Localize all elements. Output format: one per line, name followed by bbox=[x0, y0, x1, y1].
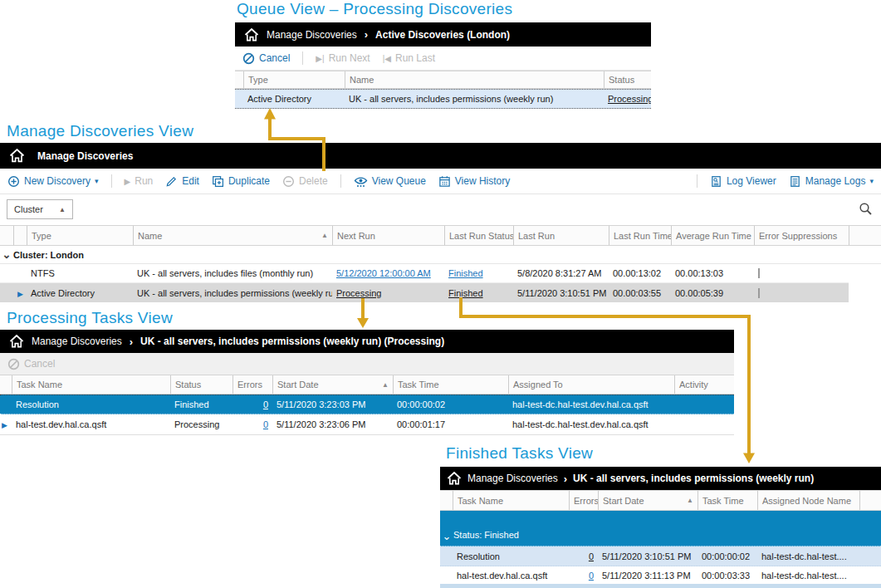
next-run-link[interactable]: Processing bbox=[336, 288, 381, 298]
run-icon: ▶ bbox=[125, 177, 131, 186]
column-header-last-run-status[interactable]: Last Run Status bbox=[444, 226, 513, 245]
queue-row[interactable]: Active Directory UK - all servers, inclu… bbox=[235, 89, 651, 109]
column-header-errors[interactable]: Errors bbox=[232, 375, 272, 394]
column-header-assigned-node-name[interactable]: Assigned Node Name bbox=[757, 491, 859, 510]
document-icon bbox=[789, 175, 801, 188]
errors-link[interactable]: 0 bbox=[589, 551, 594, 561]
manage-table-header: Type Name▲ Next Run Last Run Status Last… bbox=[0, 225, 881, 246]
run-next-icon: ▶| bbox=[316, 54, 324, 63]
column-header-status[interactable]: Status bbox=[604, 71, 651, 88]
cell-start-date: 5/11/2020 3:23:03 PM bbox=[272, 399, 393, 409]
log-viewer-button[interactable]: Log Viewer bbox=[710, 175, 776, 188]
plus-circle-icon bbox=[7, 175, 20, 188]
column-header-last-run-time[interactable]: Last Run Time bbox=[609, 226, 671, 245]
errors-link[interactable]: 0 bbox=[589, 571, 594, 581]
new-discovery-button[interactable]: New Discovery ▾ bbox=[7, 175, 99, 188]
status-finished-group-row[interactable]: ⌄ Status: Finished bbox=[440, 511, 881, 546]
cell-name: UK - all servers, includes files (monthl… bbox=[133, 268, 332, 278]
processing-toolbar: Cancel bbox=[0, 353, 734, 375]
run-last-icon: |◀ bbox=[383, 54, 391, 63]
task-row-resolution[interactable]: Resolution 0 5/11/2020 3:10:51 PM 00:00:… bbox=[440, 546, 881, 566]
cell-last-run: 5/11/2020 3:10:51 PM bbox=[513, 288, 609, 298]
cell-name: UK - all servers, includes permissions (… bbox=[133, 288, 332, 298]
cell-last-run-time: 00.00:13:02 bbox=[609, 268, 671, 278]
column-header-last-run[interactable]: Last Run bbox=[513, 226, 609, 245]
pencil-icon bbox=[165, 175, 178, 188]
dropdown-up-icon: ▲ bbox=[59, 206, 66, 213]
next-run-link[interactable]: 5/12/2020 12:00:00 AM bbox=[336, 268, 431, 278]
column-header-error-suppressions[interactable]: Error Suppressions bbox=[754, 226, 849, 245]
task-row-node[interactable]: ▶ hal-test.dev.hal.ca.qsft Processing 0 … bbox=[0, 414, 734, 434]
view-queue-button[interactable]: View Queue bbox=[354, 175, 426, 188]
queue-row-status-link[interactable]: Processing bbox=[608, 94, 651, 104]
run-next-button[interactable]: ▶| Run Next bbox=[316, 52, 370, 64]
breadcrumb-chevron-icon: › bbox=[365, 28, 368, 41]
errors-link[interactable]: 0 bbox=[263, 419, 268, 429]
processing-view-window: Manage Discoveries › UK - all servers, i… bbox=[0, 330, 734, 435]
breadcrumb-root[interactable]: Manage Discoveries bbox=[467, 473, 558, 484]
breadcrumb-root[interactable]: Manage Discoveries bbox=[267, 29, 357, 41]
calendar-icon bbox=[438, 175, 451, 188]
sort-asc-icon: ▲ bbox=[683, 497, 693, 504]
cancel-button[interactable]: Cancel bbox=[242, 52, 290, 65]
manage-logs-button[interactable]: Manage Logs ▾ bbox=[789, 175, 874, 188]
error-suppression-checkbox[interactable] bbox=[758, 288, 760, 298]
queue-view-title: Queue View – Processing Discoveries bbox=[237, 0, 512, 18]
column-header-task-time[interactable]: Task Time bbox=[393, 375, 508, 394]
column-header-average-run-time[interactable]: Average Run Time bbox=[671, 226, 754, 245]
task-row-node[interactable]: hal-test.dev.hal.ca.qsft 0 5/11/2020 3:1… bbox=[440, 566, 881, 584]
finished-view-window: Manage Discoveries › UK - all servers, i… bbox=[440, 467, 881, 588]
home-icon[interactable] bbox=[9, 149, 25, 163]
run-last-button[interactable]: |◀ Run Last bbox=[383, 52, 435, 64]
breadcrumb-chevron-icon: › bbox=[564, 473, 567, 485]
error-suppression-checkbox[interactable] bbox=[758, 268, 760, 278]
errors-link[interactable]: 0 bbox=[263, 399, 268, 409]
column-header-start-date[interactable]: Start Date▲ bbox=[598, 491, 697, 510]
cell-task-time: 00:00:00:02 bbox=[393, 399, 508, 409]
column-header-name[interactable]: Name bbox=[345, 71, 604, 88]
queue-view-window: Manage Discoveries › Active Discoveries … bbox=[235, 22, 651, 109]
column-header-task-name[interactable]: Task Name bbox=[12, 375, 170, 394]
delete-button[interactable]: Delete bbox=[282, 175, 328, 188]
cell-average-run-time: 00.00:05:39 bbox=[671, 288, 754, 298]
column-header-assigned-to[interactable]: Assigned To bbox=[508, 375, 674, 394]
running-play-icon: ▶ bbox=[2, 421, 7, 429]
column-header-type[interactable]: Type bbox=[27, 226, 133, 245]
group-label: Cluster: London bbox=[13, 250, 84, 260]
edit-button[interactable]: Edit bbox=[165, 175, 199, 188]
cancel-button[interactable]: Cancel bbox=[7, 358, 55, 370]
manage-view-title: Manage Discoveries View bbox=[7, 122, 193, 140]
manage-filter-row: Cluster ▲ bbox=[0, 194, 881, 225]
duplicate-button[interactable]: Duplicate bbox=[212, 175, 270, 188]
column-header-type[interactable]: Type bbox=[243, 71, 345, 88]
breadcrumb-current: Active Discoveries (London) bbox=[375, 29, 510, 41]
table-row-ntfs[interactable]: NTFS UK - all servers, includes files (m… bbox=[0, 264, 849, 283]
column-header-task-name[interactable]: Task Name bbox=[453, 491, 569, 510]
minus-circle-icon bbox=[282, 175, 295, 188]
column-header-task-time[interactable]: Task Time bbox=[697, 491, 757, 510]
column-header-name[interactable]: Name▲ bbox=[133, 226, 332, 245]
column-header-next-run[interactable]: Next Run bbox=[332, 226, 444, 245]
column-header-start-date[interactable]: Start Date▲ bbox=[272, 375, 393, 394]
chevron-down-icon[interactable]: ⌄ bbox=[0, 252, 13, 258]
home-icon[interactable] bbox=[9, 335, 24, 348]
last-run-status-link[interactable]: Finished bbox=[448, 288, 483, 298]
cluster-group-row[interactable]: ⌄ Cluster: London bbox=[0, 246, 881, 264]
column-header-activity[interactable]: Activity bbox=[674, 375, 734, 394]
view-history-button[interactable]: View History bbox=[438, 175, 510, 188]
last-run-status-link[interactable]: Finished bbox=[448, 268, 483, 278]
table-row-active-directory[interactable]: ▶ Active Directory UK - all servers, inc… bbox=[0, 283, 849, 302]
cell-task-time: 00:00:01:17 bbox=[393, 419, 508, 429]
home-icon[interactable] bbox=[244, 28, 259, 42]
run-button[interactable]: ▶ Run bbox=[125, 175, 154, 187]
column-header-errors[interactable]: Errors bbox=[569, 491, 598, 510]
task-row-resolution-selected[interactable]: Resolution Finished 0 5/11/2020 3:23:03 … bbox=[0, 394, 734, 414]
group-by-dropdown[interactable]: Cluster ▲ bbox=[7, 199, 73, 219]
search-icon[interactable] bbox=[859, 202, 873, 216]
manage-toolbar: New Discovery ▾ ▶ Run Edit Duplicate Del… bbox=[0, 169, 881, 194]
home-icon[interactable] bbox=[447, 472, 462, 485]
column-header-status[interactable]: Status bbox=[170, 375, 232, 394]
breadcrumb-root[interactable]: Manage Discoveries bbox=[32, 336, 122, 347]
chevron-down-icon[interactable]: ⌄ bbox=[440, 533, 453, 540]
finished-breadcrumb-bar: Manage Discoveries › UK - all servers, i… bbox=[440, 467, 881, 490]
